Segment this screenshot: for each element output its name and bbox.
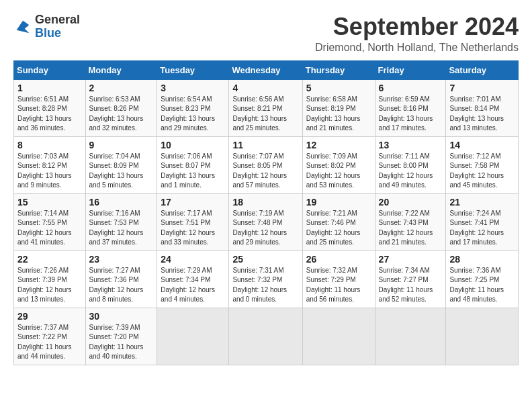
day-number: 12 xyxy=(306,140,371,150)
calendar-week-1: 1Sunrise: 6:51 AMSunset: 8:28 PMDaylight… xyxy=(14,79,519,136)
page-header: General Blue September 2024 Driemond, No… xyxy=(13,13,519,54)
day-number: 29 xyxy=(17,311,82,322)
day-number: 9 xyxy=(89,140,154,150)
weekday-header-saturday: Saturday xyxy=(446,60,519,79)
weekday-header-friday: Friday xyxy=(375,60,446,79)
day-info: Sunrise: 6:53 AMSunset: 8:26 PMDaylight:… xyxy=(89,95,154,134)
logo-text-blue: Blue xyxy=(35,27,80,40)
calendar-cell: 6Sunrise: 6:59 AMSunset: 8:16 PMDaylight… xyxy=(375,79,446,136)
logo-text-general: General xyxy=(35,13,80,27)
day-number: 4 xyxy=(232,83,298,93)
calendar-cell: 28Sunrise: 7:36 AMSunset: 7:25 PMDayligh… xyxy=(446,250,519,308)
day-info: Sunrise: 7:17 AMSunset: 7:51 PMDaylight:… xyxy=(161,209,225,248)
day-info: Sunrise: 7:37 AMSunset: 7:22 PMDaylight:… xyxy=(17,323,82,362)
calendar-body: 1Sunrise: 6:51 AMSunset: 8:28 PMDaylight… xyxy=(14,79,519,365)
day-number: 3 xyxy=(161,83,225,93)
calendar-cell: 22Sunrise: 7:26 AMSunset: 7:39 PMDayligh… xyxy=(14,250,86,308)
calendar-week-3: 15Sunrise: 7:14 AMSunset: 7:55 PMDayligh… xyxy=(14,193,519,250)
weekday-header-thursday: Thursday xyxy=(302,60,375,79)
day-info: Sunrise: 7:04 AMSunset: 8:09 PMDaylight:… xyxy=(89,152,154,191)
day-info: Sunrise: 7:11 AMSunset: 8:00 PMDaylight:… xyxy=(379,152,443,191)
day-number: 13 xyxy=(379,140,443,150)
svg-marker-0 xyxy=(17,20,30,33)
calendar-cell: 20Sunrise: 7:22 AMSunset: 7:43 PMDayligh… xyxy=(375,193,446,250)
day-info: Sunrise: 7:31 AMSunset: 7:32 PMDaylight:… xyxy=(232,266,298,305)
calendar-cell: 24Sunrise: 7:29 AMSunset: 7:34 PMDayligh… xyxy=(157,250,229,308)
calendar-cell: 7Sunrise: 7:01 AMSunset: 8:14 PMDaylight… xyxy=(446,79,519,136)
day-info: Sunrise: 7:36 AMSunset: 7:25 PMDaylight:… xyxy=(449,266,515,305)
day-info: Sunrise: 6:59 AMSunset: 8:16 PMDaylight:… xyxy=(379,95,443,134)
day-number: 25 xyxy=(232,254,298,265)
calendar-cell xyxy=(229,308,302,365)
weekday-header-sunday: Sunday xyxy=(14,60,86,79)
day-number: 21 xyxy=(449,197,515,208)
calendar-cell: 12Sunrise: 7:09 AMSunset: 8:02 PMDayligh… xyxy=(302,136,375,193)
day-info: Sunrise: 7:24 AMSunset: 7:41 PMDaylight:… xyxy=(449,209,515,248)
day-number: 5 xyxy=(306,83,371,93)
day-info: Sunrise: 7:22 AMSunset: 7:43 PMDaylight:… xyxy=(379,209,443,248)
calendar-table: SundayMondayTuesdayWednesdayThursdayFrid… xyxy=(13,60,519,365)
day-info: Sunrise: 6:58 AMSunset: 8:19 PMDaylight:… xyxy=(306,95,371,134)
day-info: Sunrise: 7:21 AMSunset: 7:46 PMDaylight:… xyxy=(306,209,371,248)
calendar-cell: 19Sunrise: 7:21 AMSunset: 7:46 PMDayligh… xyxy=(302,193,375,250)
calendar-cell: 10Sunrise: 7:06 AMSunset: 8:07 PMDayligh… xyxy=(157,136,229,193)
calendar-cell: 14Sunrise: 7:12 AMSunset: 7:58 PMDayligh… xyxy=(446,136,519,193)
calendar-cell: 13Sunrise: 7:11 AMSunset: 8:00 PMDayligh… xyxy=(375,136,446,193)
day-number: 11 xyxy=(232,140,298,150)
day-number: 15 xyxy=(17,197,82,208)
day-number: 19 xyxy=(306,197,371,208)
day-info: Sunrise: 7:03 AMSunset: 8:12 PMDaylight:… xyxy=(17,152,82,191)
logo-icon xyxy=(13,17,32,36)
calendar-cell: 5Sunrise: 6:58 AMSunset: 8:19 PMDaylight… xyxy=(302,79,375,136)
calendar-cell: 25Sunrise: 7:31 AMSunset: 7:32 PMDayligh… xyxy=(229,250,302,308)
day-info: Sunrise: 6:54 AMSunset: 8:23 PMDaylight:… xyxy=(161,95,225,134)
day-info: Sunrise: 7:07 AMSunset: 8:05 PMDaylight:… xyxy=(232,152,298,191)
calendar-header: SundayMondayTuesdayWednesdayThursdayFrid… xyxy=(14,60,519,79)
day-number: 14 xyxy=(449,140,515,150)
calendar-cell: 29Sunrise: 7:37 AMSunset: 7:22 PMDayligh… xyxy=(14,308,86,365)
weekday-header-row: SundayMondayTuesdayWednesdayThursdayFrid… xyxy=(14,60,519,79)
location-title: Driemond, North Holland, The Netherlands xyxy=(315,42,519,54)
day-info: Sunrise: 7:39 AMSunset: 7:20 PMDaylight:… xyxy=(89,323,154,362)
day-number: 8 xyxy=(17,140,82,150)
day-number: 6 xyxy=(379,83,443,93)
day-number: 17 xyxy=(161,197,225,208)
calendar-cell: 23Sunrise: 7:27 AMSunset: 7:36 PMDayligh… xyxy=(85,250,157,308)
title-section: September 2024 Driemond, North Holland, … xyxy=(315,13,519,54)
calendar-cell xyxy=(446,308,519,365)
calendar-week-5: 29Sunrise: 7:37 AMSunset: 7:22 PMDayligh… xyxy=(14,308,519,365)
day-number: 30 xyxy=(89,311,154,322)
weekday-header-wednesday: Wednesday xyxy=(229,60,302,79)
day-info: Sunrise: 7:26 AMSunset: 7:39 PMDaylight:… xyxy=(17,266,82,305)
day-number: 24 xyxy=(161,254,225,265)
day-info: Sunrise: 7:29 AMSunset: 7:34 PMDaylight:… xyxy=(161,266,225,305)
calendar-cell: 21Sunrise: 7:24 AMSunset: 7:41 PMDayligh… xyxy=(446,193,519,250)
calendar-cell xyxy=(302,308,375,365)
weekday-header-tuesday: Tuesday xyxy=(157,60,229,79)
day-info: Sunrise: 6:51 AMSunset: 8:28 PMDaylight:… xyxy=(17,95,82,134)
calendar-cell xyxy=(375,308,446,365)
logo: General Blue xyxy=(13,13,80,40)
day-number: 28 xyxy=(449,254,515,265)
day-info: Sunrise: 7:09 AMSunset: 8:02 PMDaylight:… xyxy=(306,152,371,191)
calendar-cell: 4Sunrise: 6:56 AMSunset: 8:21 PMDaylight… xyxy=(229,79,302,136)
month-title: September 2024 xyxy=(315,13,519,40)
calendar-cell: 2Sunrise: 6:53 AMSunset: 8:26 PMDaylight… xyxy=(85,79,157,136)
calendar-cell: 30Sunrise: 7:39 AMSunset: 7:20 PMDayligh… xyxy=(85,308,157,365)
day-info: Sunrise: 7:32 AMSunset: 7:29 PMDaylight:… xyxy=(306,266,371,305)
calendar-cell: 15Sunrise: 7:14 AMSunset: 7:55 PMDayligh… xyxy=(14,193,86,250)
calendar-cell: 16Sunrise: 7:16 AMSunset: 7:53 PMDayligh… xyxy=(85,193,157,250)
day-info: Sunrise: 7:12 AMSunset: 7:58 PMDaylight:… xyxy=(449,152,515,191)
day-number: 23 xyxy=(89,254,154,265)
day-info: Sunrise: 7:19 AMSunset: 7:48 PMDaylight:… xyxy=(232,209,298,248)
day-number: 10 xyxy=(161,140,225,150)
day-info: Sunrise: 7:16 AMSunset: 7:53 PMDaylight:… xyxy=(89,209,154,248)
day-number: 18 xyxy=(232,197,298,208)
day-info: Sunrise: 7:27 AMSunset: 7:36 PMDaylight:… xyxy=(89,266,154,305)
day-number: 27 xyxy=(379,254,443,265)
weekday-header-monday: Monday xyxy=(85,60,157,79)
day-info: Sunrise: 7:06 AMSunset: 8:07 PMDaylight:… xyxy=(161,152,225,191)
calendar-week-4: 22Sunrise: 7:26 AMSunset: 7:39 PMDayligh… xyxy=(14,250,519,308)
calendar-cell: 18Sunrise: 7:19 AMSunset: 7:48 PMDayligh… xyxy=(229,193,302,250)
day-info: Sunrise: 6:56 AMSunset: 8:21 PMDaylight:… xyxy=(232,95,298,134)
